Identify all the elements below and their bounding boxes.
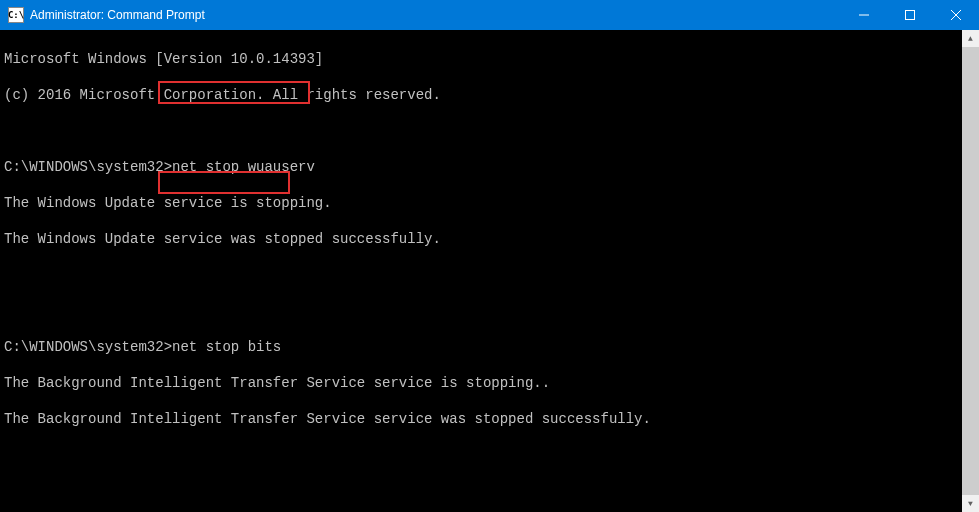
blank-line [4,446,975,464]
blank-line [4,482,975,500]
prompt-path: C:\WINDOWS\system32> [4,339,172,355]
cmd-icon: C:\ [8,7,24,23]
prompt-path: C:\WINDOWS\system32> [4,159,172,175]
titlebar[interactable]: C:\ Administrator: Command Prompt [0,0,979,30]
output-line: The Windows Update service was stopped s… [4,230,975,248]
terminal-output[interactable]: Microsoft Windows [Version 10.0.14393] (… [0,30,979,512]
prompt-line: C:\WINDOWS\system32>net stop bits [4,338,975,356]
close-button[interactable] [933,0,979,30]
window-title: Administrator: Command Prompt [30,8,841,22]
output-line: The Windows Update service is stopping. [4,194,975,212]
blank-line [4,266,975,284]
version-line: Microsoft Windows [Version 10.0.14393] [4,50,975,68]
scroll-track[interactable] [962,47,979,495]
scroll-thumb[interactable] [962,47,979,495]
command-text: net stop bits [172,339,281,355]
svg-rect-1 [906,11,915,20]
scroll-down-icon[interactable]: ▼ [962,495,979,512]
prompt-line: C:\WINDOWS\system32>net stop wuauserv [4,158,975,176]
copyright-line: (c) 2016 Microsoft Corporation. All righ… [4,86,975,104]
maximize-button[interactable] [887,0,933,30]
blank-line [4,302,975,320]
scroll-up-icon[interactable]: ▲ [962,30,979,47]
output-line: The Background Intelligent Transfer Serv… [4,410,975,428]
output-line: The Background Intelligent Transfer Serv… [4,374,975,392]
minimize-button[interactable] [841,0,887,30]
window-controls [841,0,979,30]
command-text: net stop wuauserv [172,159,315,175]
blank-line [4,122,975,140]
vertical-scrollbar[interactable]: ▲ ▼ [962,30,979,512]
